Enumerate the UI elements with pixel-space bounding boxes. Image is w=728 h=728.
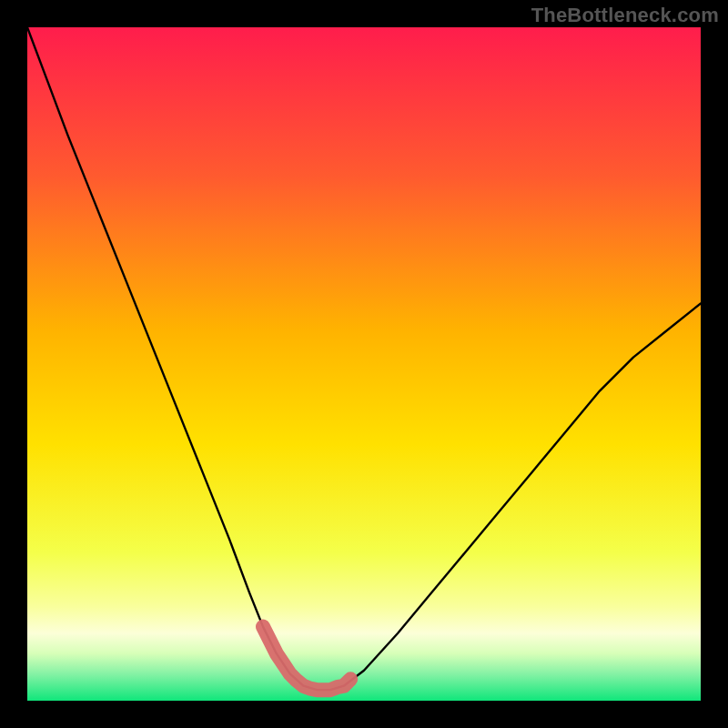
chart-stage: TheBottleneck.com [0,0,728,728]
bottleneck-plot [27,27,701,701]
plot-svg [27,27,701,701]
gradient-background [27,27,701,701]
watermark-text: TheBottleneck.com [531,4,719,27]
